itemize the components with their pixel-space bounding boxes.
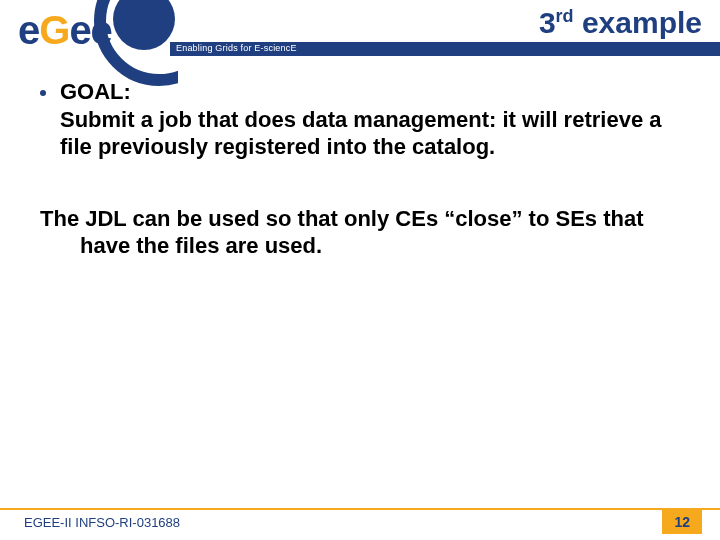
slide-title: 3rd example bbox=[539, 6, 702, 40]
goal-label: GOAL: bbox=[60, 78, 690, 106]
bullet-body: GOAL: Submit a job that does data manage… bbox=[60, 78, 690, 161]
header: 3rd example Enabling Grids for E-sciencE… bbox=[0, 0, 720, 60]
slide: 3rd example Enabling Grids for E-sciencE… bbox=[0, 0, 720, 540]
title-post: example bbox=[574, 6, 702, 39]
goal-text: Submit a job that does data management: … bbox=[60, 106, 690, 161]
logo-letter-e: e bbox=[18, 8, 39, 52]
footer-left: EGEE-II INFSO-RI-031688 bbox=[24, 515, 180, 530]
para-line-2: have the files are used. bbox=[80, 232, 690, 260]
para-line-1: The JDL can be used so that only CEs “cl… bbox=[40, 206, 644, 231]
bullet-icon bbox=[40, 90, 46, 96]
content: GOAL: Submit a job that does data manage… bbox=[40, 78, 690, 260]
tagline: Enabling Grids for E-sciencE bbox=[176, 43, 297, 53]
paragraph: The JDL can be used so that only CEs “cl… bbox=[40, 205, 690, 260]
footer-divider bbox=[0, 508, 720, 510]
page-number: 12 bbox=[662, 510, 702, 534]
bullet-goal: GOAL: Submit a job that does data manage… bbox=[40, 78, 690, 161]
egee-logo: eGee bbox=[8, 0, 173, 58]
logo-letter-g: G bbox=[39, 8, 69, 52]
title-sup: rd bbox=[556, 6, 574, 26]
title-pre: 3 bbox=[539, 6, 556, 39]
